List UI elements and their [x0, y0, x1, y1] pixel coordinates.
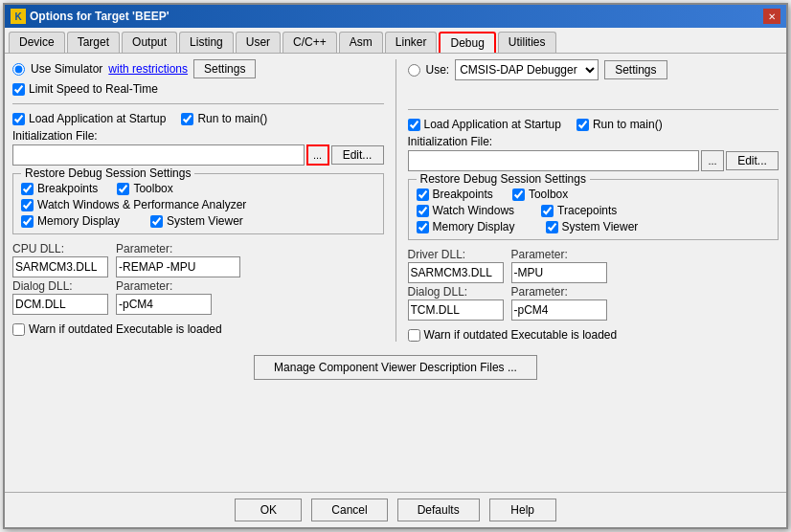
left-warn-row: Warn if outdated Executable is loaded: [12, 322, 384, 336]
right-group-content: Breakpoints Toolbox Watch Windows: [417, 188, 771, 233]
left-cpu-param-label: Parameter:: [116, 242, 240, 255]
left-settings-button[interactable]: Settings: [193, 59, 256, 78]
right-load-app-checkbox[interactable]: [408, 119, 420, 131]
restrictions-link[interactable]: with restrictions: [108, 62, 188, 76]
sep2: [408, 109, 780, 110]
tab-target[interactable]: Target: [67, 32, 120, 53]
right-toolbox-checkbox[interactable]: [512, 188, 525, 201]
defaults-button[interactable]: Defaults: [397, 499, 480, 521]
right-load-app-label: Load Application at Startup: [424, 118, 561, 131]
right-driver-dll-label: Driver DLL:: [408, 248, 504, 261]
main-content: Use Simulator with restrictions Settings…: [5, 54, 786, 492]
right-breakpoints-checkbox[interactable]: [417, 188, 429, 201]
right-tracepoints-checkbox[interactable]: [541, 205, 554, 217]
left-dialog-param-input[interactable]: [116, 294, 212, 315]
left-restore-group: Restore Debug Session Settings Breakpoin…: [12, 173, 384, 234]
debugger-select[interactable]: CMSIS-DAP Debugger: [455, 59, 599, 80]
left-watch-windows-row: Watch Windows & Performance Analyzer: [21, 198, 375, 211]
right-sysviewer-row: System Viewer: [546, 220, 639, 233]
ok-button[interactable]: OK: [235, 499, 302, 521]
left-panel: Use Simulator with restrictions Settings…: [12, 59, 384, 342]
tab-linker[interactable]: Linker: [385, 32, 438, 53]
left-init-file-input-row: ... Edit...: [12, 144, 384, 166]
right-sysviewer-checkbox[interactable]: [546, 221, 558, 233]
right-init-file-input-row: ... Edit...: [408, 150, 780, 171]
left-watch-windows-checkbox[interactable]: [21, 199, 34, 211]
right-driver-dll-input[interactable]: [408, 262, 504, 283]
left-breakpoints-checkbox[interactable]: [21, 183, 34, 195]
left-run-main-checkbox[interactable]: [181, 113, 193, 125]
left-dialog-param-label: Parameter:: [116, 279, 212, 293]
right-tracepoints-label: Tracepoints: [557, 204, 617, 217]
tab-utilities[interactable]: Utilities: [498, 32, 556, 53]
tabs-bar: Device Target Output Listing User C/C++ …: [5, 28, 786, 54]
left-edit-button[interactable]: Edit...: [331, 145, 384, 165]
right-group-row2: Watch Windows Tracepoints: [417, 204, 771, 217]
left-group-row1: Breakpoints Toolbox: [21, 182, 375, 195]
right-load-app-row: Load Application at Startup: [408, 118, 561, 131]
right-memory-label: Memory Display: [433, 220, 515, 233]
left-sysviewer-checkbox[interactable]: [150, 215, 163, 228]
right-init-file-input[interactable]: [408, 150, 700, 171]
panel-divider: [396, 59, 396, 342]
right-driver-param-input[interactable]: [511, 262, 607, 283]
right-run-main-checkbox[interactable]: [576, 119, 589, 131]
left-toolbox-label: Toolbox: [133, 182, 172, 195]
right-warn-row: Warn if outdated Executable is loaded: [408, 328, 780, 342]
left-breakpoints-label: Breakpoints: [37, 182, 98, 195]
right-dialog-param-input[interactable]: [511, 299, 607, 321]
right-group-row1: Breakpoints Toolbox: [417, 188, 771, 201]
window-title: Options for Target 'BEEP': [30, 10, 170, 23]
tab-cpp[interactable]: C/C++: [282, 32, 337, 53]
left-breakpoints-row: Breakpoints: [21, 182, 98, 195]
right-edit-button[interactable]: Edit...: [726, 151, 779, 170]
limit-speed-checkbox[interactable]: [12, 83, 25, 96]
close-button[interactable]: ✕: [763, 9, 780, 24]
simulator-radio[interactable]: [12, 63, 25, 76]
left-dialog-dll-col: Dialog DLL:: [12, 279, 108, 315]
right-init-file-section: Initialization File: ... Edit...: [408, 135, 780, 171]
simulator-label: Use Simulator: [31, 62, 102, 76]
right-run-main-row: Run to main(): [576, 118, 663, 131]
right-use-radio[interactable]: [408, 64, 420, 77]
right-restore-group: Restore Debug Session Settings Breakpoin…: [408, 179, 780, 240]
right-dll-row2: Dialog DLL: Parameter:: [408, 285, 780, 321]
left-toolbox-row: Toolbox: [117, 182, 172, 195]
tab-asm[interactable]: Asm: [339, 32, 383, 53]
left-browse-button[interactable]: ...: [306, 144, 329, 166]
right-memory-checkbox[interactable]: [417, 221, 429, 233]
right-browse-button[interactable]: ...: [701, 150, 724, 171]
right-watch-checkbox[interactable]: [417, 205, 429, 217]
tab-device[interactable]: Device: [9, 32, 65, 53]
title-bar-left: K Options for Target 'BEEP': [11, 9, 170, 24]
right-use-row: Use: CMSIS-DAP Debugger Settings: [408, 59, 780, 80]
left-warn-checkbox[interactable]: [12, 323, 25, 336]
cancel-button[interactable]: Cancel: [311, 499, 387, 521]
title-bar: K Options for Target 'BEEP' ✕: [5, 5, 786, 28]
right-driver-param-label: Parameter:: [511, 248, 607, 261]
right-settings-button[interactable]: Settings: [604, 60, 667, 79]
left-init-file-input[interactable]: [12, 144, 305, 166]
left-dialog-dll-input[interactable]: [12, 294, 108, 315]
right-init-file-label: Initialization File:: [408, 135, 780, 148]
tab-listing[interactable]: Listing: [179, 32, 234, 53]
tab-user[interactable]: User: [236, 32, 281, 53]
simulator-row: Use Simulator with restrictions Settings: [12, 59, 384, 78]
left-load-app-checkbox[interactable]: [12, 113, 25, 125]
left-toolbox-checkbox[interactable]: [117, 183, 129, 195]
tab-output[interactable]: Output: [122, 32, 177, 53]
right-sysviewer-label: System Viewer: [562, 220, 639, 233]
tab-debug[interactable]: Debug: [439, 32, 495, 53]
left-cpu-dll-input[interactable]: [12, 256, 108, 277]
left-sysviewer-row: System Viewer: [150, 214, 243, 228]
left-cpu-param-input[interactable]: [116, 256, 240, 277]
manage-button[interactable]: Manage Component Viewer Description File…: [254, 355, 537, 380]
manage-btn-container: Manage Component Viewer Description File…: [12, 351, 779, 384]
right-warn-label: Warn if outdated Executable is loaded: [424, 328, 618, 342]
left-memory-checkbox[interactable]: [21, 215, 34, 228]
right-dialog-param-col: Parameter:: [511, 285, 607, 321]
right-dialog-dll-input[interactable]: [408, 299, 504, 321]
right-warn-checkbox[interactable]: [408, 329, 420, 342]
panels-row: Use Simulator with restrictions Settings…: [12, 59, 779, 342]
help-button[interactable]: Help: [489, 499, 556, 521]
